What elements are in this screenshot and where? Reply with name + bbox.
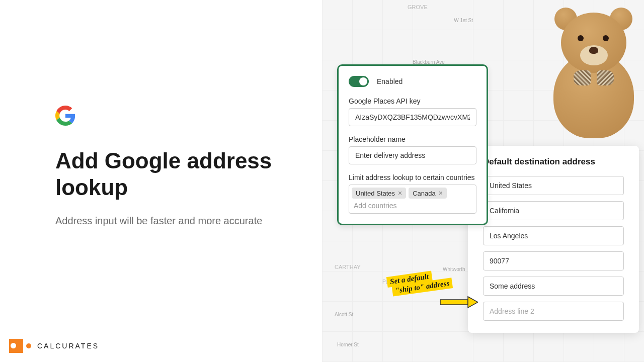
city-input[interactable] (483, 226, 624, 245)
hero-section: Add Google address lookup Address input … (55, 106, 277, 228)
placeholder-name-label: Placeholder name (349, 135, 476, 143)
map-street-label: Horner St (337, 342, 359, 347)
country-tag: Canada × (409, 188, 447, 199)
brand-name: CALCURATES (37, 342, 99, 350)
svg-marker-1 (468, 297, 478, 308)
countries-input[interactable]: United States × Canada × Add countries (349, 185, 476, 214)
enabled-label: Enabled (377, 77, 403, 85)
arrow-icon (440, 296, 478, 309)
placeholder-name-input[interactable] (349, 146, 476, 164)
map-area-label: GROVE (408, 4, 428, 10)
enabled-toggle[interactable] (349, 76, 369, 87)
remove-tag-icon[interactable]: × (439, 189, 443, 197)
map-area-label: CARTHAY (335, 264, 361, 270)
countries-label: Limit address lookup to certain countrie… (349, 173, 476, 182)
map-street-label: Alcott St (335, 312, 353, 317)
country-input[interactable] (483, 176, 624, 195)
state-input[interactable] (483, 201, 624, 220)
country-tag-label: United States (356, 190, 395, 197)
country-tag: United States × (352, 188, 406, 199)
brand-mark (9, 339, 23, 353)
config-card: Enabled Google Places API key Placeholde… (337, 64, 488, 225)
api-key-label: Google Places API key (349, 97, 476, 105)
hero-subheading: Address input will be faster and more ac… (55, 213, 277, 228)
address-line2-input[interactable] (483, 302, 624, 321)
destination-title: Default destination address (483, 157, 624, 167)
countries-placeholder: Add countries (352, 201, 473, 211)
api-key-input[interactable] (349, 108, 476, 126)
hero-heading: Add Google address lookup (55, 148, 277, 201)
address-line1-input[interactable] (483, 277, 624, 296)
teddy-bear-image (523, 8, 644, 158)
remove-tag-icon[interactable]: × (398, 189, 402, 197)
right-panel: W 1st St Blackburn Ave Packard St Alcott… (322, 0, 644, 362)
brand-logo-area: CALCURATES (9, 339, 99, 353)
map-street-label: W 1st St (454, 18, 473, 23)
destination-card: Default destination address (468, 146, 639, 333)
country-tag-label: Canada (413, 190, 436, 197)
zip-input[interactable] (483, 251, 624, 270)
google-icon (55, 106, 75, 126)
svg-rect-0 (440, 300, 468, 305)
